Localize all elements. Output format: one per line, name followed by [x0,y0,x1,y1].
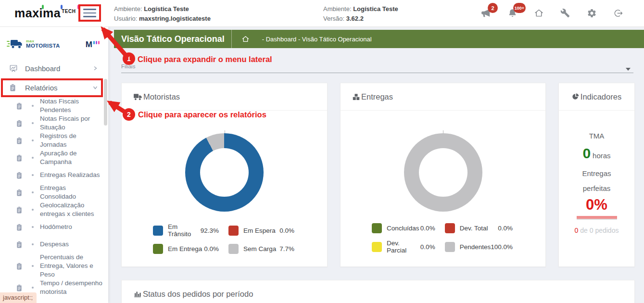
env-value-2: Logística Teste [353,5,398,13]
user-value: maxstring.logisticateste [139,15,211,22]
donut-tick [225,130,225,133]
bullet-dot [32,209,34,211]
legend-label: Concluídas [387,225,420,232]
legend-item: Concluídas0.0% [372,223,435,233]
indicadores-card-title: Indicadores [572,92,621,101]
annotation-step-1-text: Clique para expandir o menu lateral [138,55,272,64]
legend-swatch [372,242,382,252]
legend-swatch [445,223,455,233]
submenu-label: Hodômetro [40,223,102,231]
bullet-dot [32,287,34,289]
top-header: maximaTECH Ambiente: Logística Teste Usu… [0,0,644,27]
submenu-label: Notas Fiscais por Situação [40,114,102,132]
wrench-icon [560,8,570,18]
page-title-bar: Visão Tático Operacional - Dashboard - V… [114,30,644,48]
motoristas-card-title: Motoristas [133,92,180,101]
donut-tick [443,130,443,133]
chevron-down-icon [93,85,98,90]
clipboard-icon [16,262,23,270]
legend-item: Em Entrega0.0% [153,244,219,254]
status-card-title: Status dos pedidos por período [133,290,253,299]
submenu-item-notas-fiscais-pendentes[interactable]: Notas Fiscais Pendentes [0,97,108,114]
titlebar-divider [231,30,232,48]
page-title: Visão Tático Operacional [121,34,225,44]
settings-button[interactable] [586,7,597,19]
env-label-2: Ambiente: [323,5,352,13]
home-button[interactable] [533,7,544,19]
submenu-item-entregas-realizadas[interactable]: Entregas Realizadas [0,166,108,184]
clipboard-icon [16,189,23,197]
boxes-icon [352,93,360,101]
legend-swatch [153,244,163,254]
filiais-select[interactable]: Filiais [121,63,633,73]
motoristas-card-header: Motoristas [122,83,327,111]
home-icon [241,35,250,43]
bullet-dot [32,122,34,124]
card-title-text: Indicadores [581,92,621,101]
logo-motorista: MOTORISTA [26,43,60,49]
logout-button[interactable] [612,7,624,19]
tma-unit: horas [593,152,611,160]
announcements-button[interactable]: 2 [480,7,492,19]
bullet-dot [32,139,34,141]
notifications-button[interactable]: 100+ [506,7,518,19]
clipboard-icon [16,154,23,162]
main-content: Visão Tático Operacional - Dashboard - V… [108,27,644,303]
version-info: Ambiente: Logística Teste Versão: 3.62.2 [323,4,398,24]
submenu-item-hodometro[interactable]: Hodômetro [0,218,108,236]
perfect-deliveries-detail: 0 de 0 pedidos [559,227,634,234]
submenu-item-apuracao-campanha[interactable]: Apuração de Campanha [0,149,108,166]
submenu-item-geolocalizacao[interactable]: Geolocalização entregas x clientes [0,201,108,218]
submenu-item-percentuais[interactable]: Percentuais de Entrega, Valores e Peso [0,253,108,279]
brand-sub-text: TECH [62,9,76,14]
perfect-deliveries-percent: 0% [559,196,634,214]
submenu-item-notas-fiscais-situacao[interactable]: Notas Fiscais por Situação [0,114,108,132]
submenu-label: Registros de Jornadas [40,132,102,149]
sidebar-item-relatorios[interactable]: Relatórios [0,80,108,95]
sidebar-scrollbar[interactable] [104,79,107,126]
version-value: 3.62.2 [346,15,364,22]
entregas-card: Entregas Concluídas0.0% Dev. Total0.0% D… [340,83,546,267]
tools-button[interactable] [559,7,571,19]
legend-label: Sem Carga [243,245,279,252]
logo-accent-blue [61,5,63,9]
m-letter: M [86,40,92,49]
clipboard-icon [16,240,23,249]
status-bar-link-preview: javascript:; [0,292,37,303]
env-label: Ambiente: [114,5,142,13]
maxmotorista-logo: max MOTORISTA M [7,37,100,52]
announcements-badge: 2 [488,3,498,13]
legend-swatch [228,244,239,254]
tma-value: 0horas [559,145,634,162]
sidebar-item-label: Relatórios [25,84,58,92]
perfect-deliveries-label-2: perfeitas [559,184,634,192]
bullet-dot [32,105,34,107]
truck-icon [133,93,142,101]
legend-swatch [445,242,455,252]
breadcrumb: - Dashboard - Visão Tático Operacional [262,36,372,43]
maximatech-logo: maximaTECH [14,6,76,20]
legend-item: Em Trânsito92.3% [153,223,219,238]
legend-label: Em Espera [243,227,279,234]
legend-value: 92.3% [201,227,219,234]
sidebar-item-dashboard[interactable]: Dashboard [0,61,108,76]
breadcrumb-home-button[interactable] [241,35,250,43]
legend-label: Em Trânsito [168,223,201,238]
logo-accent-green [42,5,44,9]
app-root: maximaTECH Ambiente: Logística Teste Usu… [0,0,644,303]
submenu-item-entregas-consolidado[interactable]: Entregas Consolidado [0,184,108,201]
submenu-item-registros-jornadas[interactable]: Registros de Jornadas [0,132,108,149]
legend-value: 7.7% [279,245,294,252]
clipboard-icon [16,102,23,110]
legend-item: Pendentes100.0% [445,240,513,254]
legend-label: Dev. Parcial [387,240,420,254]
submenu-item-despesas[interactable]: Despesas [0,236,108,253]
legend-swatch [372,223,382,233]
gear-icon [587,8,597,18]
annotation-highlight-box-menu [78,4,101,22]
entregas-card-header: Entregas [341,83,545,111]
legend-value: 0.0% [498,225,513,232]
dropdown-caret-icon [626,68,631,71]
sidebar-toggle-button[interactable] [83,9,96,17]
pie-chart-icon [572,93,580,101]
